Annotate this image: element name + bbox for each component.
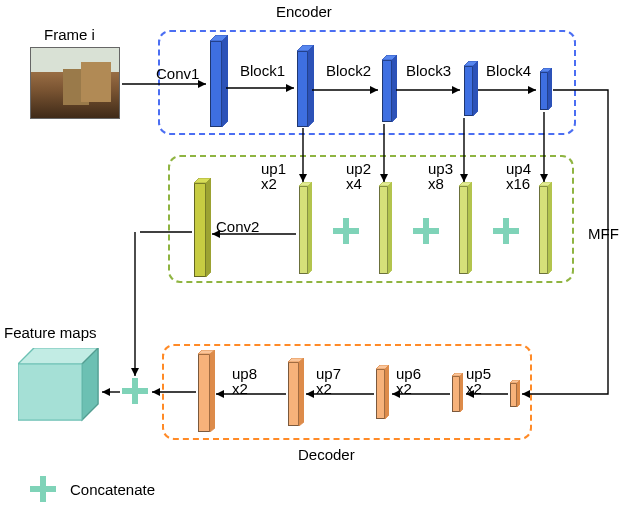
mff-up4 [539, 186, 548, 274]
decoder-up6-scale: x2 [396, 380, 412, 397]
decoder-up7-scale: x2 [316, 380, 332, 397]
frame-label: Frame i [44, 26, 95, 43]
svg-marker-21 [210, 350, 215, 432]
mff-up2 [379, 186, 388, 274]
mff-up1-scale: x2 [261, 175, 277, 192]
decoder-in [510, 383, 517, 407]
encoder-conv1-label: Conv1 [156, 65, 199, 82]
concat-icon [413, 218, 439, 244]
mff-up2-scale: x4 [346, 175, 362, 192]
svg-marker-33 [18, 364, 82, 420]
mff-up3 [459, 186, 468, 274]
decoder-up6 [376, 369, 385, 419]
output-label: Feature maps [4, 324, 97, 341]
decoder-up7 [288, 362, 299, 426]
concat-icon [333, 218, 359, 244]
svg-marker-9 [548, 68, 552, 110]
decoder-up5-scale: x2 [466, 380, 482, 397]
svg-marker-27 [460, 373, 463, 412]
svg-marker-17 [468, 182, 472, 274]
svg-rect-39 [493, 228, 519, 234]
decoder-up8 [198, 354, 210, 432]
mff-conv2-label: Conv2 [216, 218, 259, 235]
svg-rect-35 [333, 228, 359, 234]
encoder-block1-label: Block1 [240, 62, 285, 79]
mff-conv2-out [194, 183, 206, 277]
decoder-up5 [452, 376, 460, 412]
decoder-up8-scale: x2 [232, 380, 248, 397]
encoder-conv1-block [210, 41, 222, 127]
svg-marker-15 [388, 182, 392, 274]
svg-marker-5 [392, 55, 397, 122]
encoder-block4 [540, 72, 548, 110]
legend-concatenate: Concatenate [70, 481, 155, 498]
feature-maps-cube [18, 348, 103, 427]
concat-icon [493, 218, 519, 244]
decoder-title: Decoder [298, 446, 355, 463]
svg-marker-13 [308, 182, 312, 274]
svg-marker-25 [385, 365, 389, 419]
svg-marker-23 [299, 358, 304, 426]
encoder-block3 [464, 66, 473, 116]
svg-marker-29 [517, 380, 520, 407]
svg-marker-19 [548, 182, 552, 274]
encoder-block1 [297, 51, 308, 127]
mff-up3-scale: x8 [428, 175, 444, 192]
encoder-title: Encoder [276, 3, 332, 20]
svg-marker-11 [206, 178, 211, 277]
svg-rect-41 [122, 388, 148, 394]
encoder-block2-label: Block2 [326, 62, 371, 79]
encoder-block2 [382, 60, 392, 122]
concat-icon [122, 378, 148, 404]
svg-rect-37 [413, 228, 439, 234]
mff-label: MFF [588, 225, 619, 242]
encoder-block3-label: Block3 [406, 62, 451, 79]
svg-marker-7 [473, 61, 478, 116]
mff-up1 [299, 186, 308, 274]
svg-marker-1 [222, 35, 228, 127]
input-frame-image [30, 47, 120, 119]
encoder-block4-label: Block4 [486, 62, 531, 79]
svg-rect-43 [30, 486, 56, 492]
mff-up4-scale: x16 [506, 175, 530, 192]
concat-icon [30, 476, 56, 502]
svg-marker-3 [308, 45, 314, 127]
